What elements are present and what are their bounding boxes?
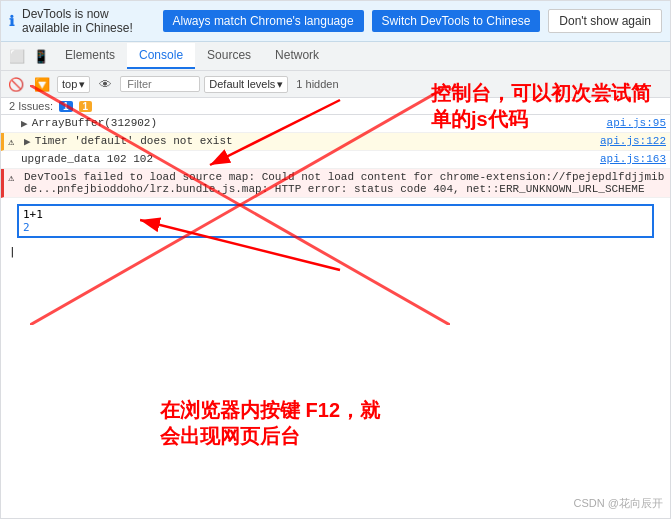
always-match-button[interactable]: Always match Chrome's language (163, 10, 364, 32)
info-banner: ℹ DevTools is now available in Chinese! … (1, 1, 670, 42)
console-content: ▶ ArrayBuffer(312902) api.js:95 ⚠ ▶ Time… (1, 115, 670, 518)
info-icon: ℹ (9, 13, 14, 29)
default-levels-label: Default levels (209, 78, 275, 90)
warning-icon: ⚠ (8, 136, 14, 148)
levels-arrow-icon: ▾ (277, 78, 283, 91)
input-line-1: 1+1 (23, 208, 648, 221)
row-text-4: DevTools failed to load source map: Coul… (24, 171, 666, 195)
code-input-box: 1+1 2 (17, 204, 654, 238)
error-icon: ⚠ (8, 172, 14, 184)
dropdown-arrow-icon: ▾ (79, 78, 85, 91)
eye-icon-button[interactable]: 👁 (94, 73, 116, 95)
tab-network[interactable]: Network (263, 43, 331, 69)
input-section: 1+1 2 (1, 198, 670, 244)
default-levels-dropdown[interactable]: Default levels ▾ (204, 76, 288, 93)
console-row-2: ⚠ ▶ Timer 'default' does not exist api.j… (1, 133, 670, 151)
tab-bar: ⬜ 📱 Elements Console Sources Network (1, 42, 670, 71)
expand-icon[interactable]: ▶ (21, 117, 28, 130)
issues-badge-2: 1 (79, 101, 93, 112)
tab-sources[interactable]: Sources (195, 43, 263, 69)
console-toolbar: 🚫 🔽 top ▾ 👁 Default levels ▾ 1 hidden (1, 71, 670, 98)
input-line-2: 2 (23, 221, 648, 234)
row-link-2[interactable]: api.js:122 (600, 135, 666, 147)
console-row-1: ▶ ArrayBuffer(312902) api.js:95 (1, 115, 670, 133)
device-icon-button[interactable]: 📱 (29, 42, 53, 70)
context-label: top (62, 78, 77, 90)
issues-bar: 2 Issues: 1 1 (1, 98, 670, 115)
expand-icon-2[interactable]: ▶ (24, 135, 31, 148)
filter-input[interactable] (120, 76, 200, 92)
issues-badge-1: 1 (59, 101, 73, 112)
console-row-4: ⚠ DevTools failed to load source map: Co… (1, 169, 670, 198)
cursor: | (9, 245, 16, 258)
code-text-2: 2 (23, 221, 30, 234)
dont-show-again-button[interactable]: Don't show again (548, 9, 662, 33)
code-text-1: 1+1 (23, 208, 43, 221)
context-dropdown[interactable]: top ▾ (57, 76, 90, 93)
console-area: ▶ ArrayBuffer(312902) api.js:95 ⚠ ▶ Time… (1, 115, 670, 518)
switch-to-chinese-button[interactable]: Switch DevTools to Chinese (372, 10, 541, 32)
banner-text: DevTools is now available in Chinese! (22, 7, 155, 35)
row-link-3[interactable]: api.js:163 (600, 153, 666, 165)
hidden-count: 1 hidden (296, 78, 338, 90)
cursor-row: | (1, 244, 670, 259)
tab-elements[interactable]: Elements (53, 43, 127, 69)
row-text-3: upgrade_data 102 102 (21, 153, 600, 165)
console-row-3: upgrade_data 102 102 api.js:163 (1, 151, 670, 169)
row-link-1[interactable]: api.js:95 (607, 117, 666, 129)
clear-console-button[interactable]: 🚫 (5, 73, 27, 95)
inspect-icon-button[interactable]: ⬜ (5, 42, 29, 70)
devtools-panel: ℹ DevTools is now available in Chinese! … (0, 0, 671, 519)
tab-console[interactable]: Console (127, 43, 195, 69)
filter-toggle-button[interactable]: 🔽 (31, 73, 53, 95)
row-text-2: Timer 'default' does not exist (35, 135, 600, 147)
row-text-1: ArrayBuffer(312902) (32, 117, 607, 129)
issues-label: 2 Issues: (9, 100, 53, 112)
